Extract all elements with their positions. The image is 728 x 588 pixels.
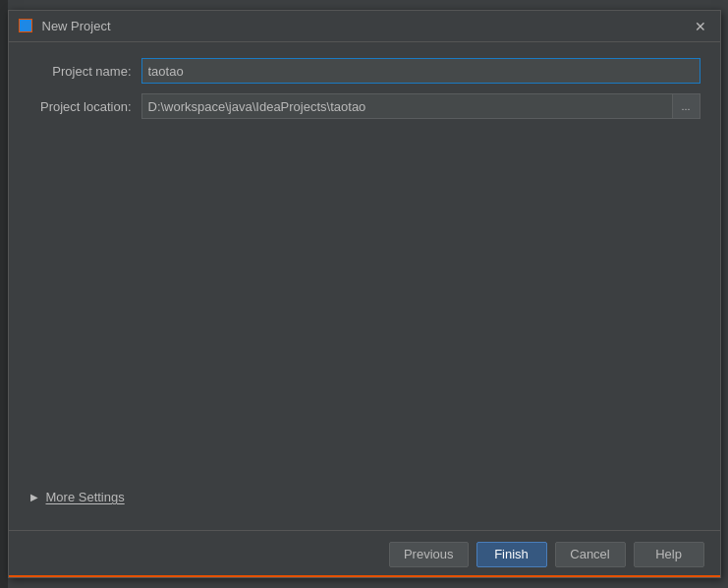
finish-button[interactable]: Finish [476, 542, 547, 567]
bottom-bar: Previous Finish Cancel Help [9, 530, 720, 577]
project-name-input[interactable] [141, 58, 700, 84]
previous-button[interactable]: Previous [389, 542, 469, 567]
project-location-label: Project location: [28, 99, 141, 114]
cancel-button[interactable]: Cancel [555, 542, 626, 567]
project-location-input[interactable] [141, 93, 673, 119]
browse-button[interactable]: ... [673, 93, 700, 119]
dialog-icon [19, 19, 34, 34]
project-location-row: Project location: ... [28, 93, 700, 119]
new-project-dialog: New Project ✕ Project name: Project loca… [8, 10, 721, 578]
project-location-field-group: ... [141, 93, 700, 119]
dialog-wrapper: New Project ✕ Project name: Project loca… [0, 0, 728, 588]
more-settings-arrow-icon: ▶ [28, 492, 40, 503]
dialog-title: New Project [42, 19, 691, 33]
help-button[interactable]: Help [634, 542, 704, 567]
project-name-row: Project name: [28, 58, 700, 84]
dialog-content: Project name: Project location: ... ▶ Mo… [9, 42, 720, 530]
more-settings-row[interactable]: ▶ More Settings [28, 490, 700, 514]
close-button[interactable]: ✕ [691, 17, 710, 36]
more-settings-label: More Settings [46, 490, 125, 504]
title-bar: New Project ✕ [9, 11, 720, 42]
project-name-label: Project name: [28, 64, 141, 79]
